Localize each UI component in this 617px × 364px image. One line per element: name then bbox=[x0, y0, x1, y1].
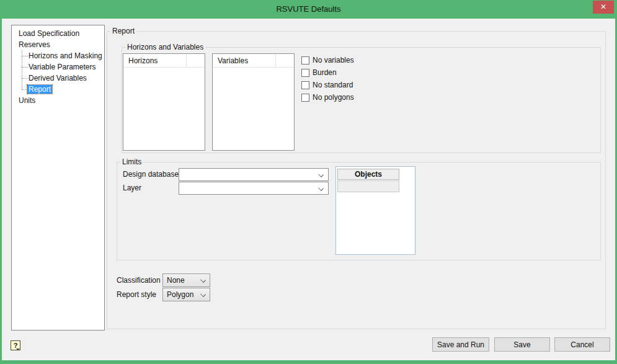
no-standard-checkbox[interactable] bbox=[301, 81, 309, 89]
sidebar-item-load-specification[interactable]: Load Specification bbox=[17, 28, 81, 39]
no-polygons-label: No polygons bbox=[313, 93, 354, 102]
settings-tree: Load Specification Reserves Horizons and… bbox=[11, 25, 105, 331]
dialog-rsvute-defaults: RSVUTE Defaults ✕ Load Specification Res… bbox=[0, 0, 617, 364]
sidebar-item-report[interactable]: Report bbox=[27, 84, 52, 95]
column-divider bbox=[275, 54, 276, 68]
help-icon[interactable]: ? bbox=[11, 340, 20, 350]
sidebar-item-units[interactable]: Units bbox=[17, 95, 37, 106]
close-icon[interactable]: ✕ bbox=[593, 1, 614, 14]
column-divider bbox=[186, 54, 187, 68]
chevron-down-icon bbox=[200, 277, 206, 283]
horizons-list[interactable]: Horizons bbox=[123, 53, 205, 151]
no-polygons-checkbox[interactable] bbox=[301, 94, 309, 102]
burden-checkbox-row: Burden bbox=[301, 66, 337, 79]
no-variables-label: No variables bbox=[313, 56, 354, 64]
save-and-run-button[interactable]: Save and Run bbox=[432, 337, 489, 352]
variables-list-header: Variables bbox=[213, 54, 294, 68]
design-database-label: Design database bbox=[123, 168, 179, 181]
no-polygons-checkbox-row: No polygons bbox=[301, 91, 354, 104]
chevron-down-icon bbox=[318, 185, 324, 191]
classification-label: Classification bbox=[117, 274, 161, 287]
report-style-select[interactable]: Polygon bbox=[162, 288, 210, 301]
objects-column-header: Objects bbox=[337, 169, 399, 180]
window-title: RSVUTE Defaults bbox=[0, 0, 617, 19]
sidebar-item-reserves[interactable]: Reserves bbox=[17, 39, 51, 50]
objects-table[interactable]: Objects bbox=[335, 166, 415, 255]
chevron-down-icon bbox=[318, 172, 324, 177]
variables-list[interactable]: Variables bbox=[212, 53, 295, 151]
horizons-list-header: Horizons bbox=[123, 54, 205, 68]
layer-select[interactable] bbox=[179, 182, 329, 195]
sidebar-item-variable-parameters[interactable]: Variable Parameters bbox=[27, 61, 97, 73]
burden-label: Burden bbox=[313, 68, 337, 77]
classification-select[interactable]: None bbox=[162, 273, 210, 287]
objects-table-row[interactable] bbox=[337, 180, 399, 192]
sidebar-item-horizons-and-masking[interactable]: Horizons and Masking bbox=[27, 50, 104, 61]
save-button[interactable]: Save bbox=[494, 337, 550, 352]
cancel-button[interactable]: Cancel bbox=[554, 337, 610, 352]
burden-checkbox[interactable] bbox=[301, 69, 309, 77]
layer-label: Layer bbox=[123, 182, 141, 195]
horizons-and-variables-title: Horizons and Variables bbox=[125, 43, 205, 51]
report-group-title: Report bbox=[110, 27, 136, 35]
no-standard-label: No standard bbox=[313, 81, 353, 89]
no-variables-checkbox[interactable] bbox=[301, 56, 309, 64]
design-database-select[interactable] bbox=[179, 168, 329, 181]
report-style-label: Report style bbox=[117, 288, 156, 301]
no-standard-checkbox-row: No standard bbox=[301, 79, 353, 91]
chevron-down-icon bbox=[200, 291, 206, 297]
no-variables-checkbox-row: No variables bbox=[301, 54, 354, 66]
limits-group-title: Limits bbox=[120, 158, 143, 166]
sidebar-item-derived-variables[interactable]: Derived Variables bbox=[27, 73, 88, 84]
titlebar: RSVUTE Defaults ✕ bbox=[0, 0, 617, 19]
